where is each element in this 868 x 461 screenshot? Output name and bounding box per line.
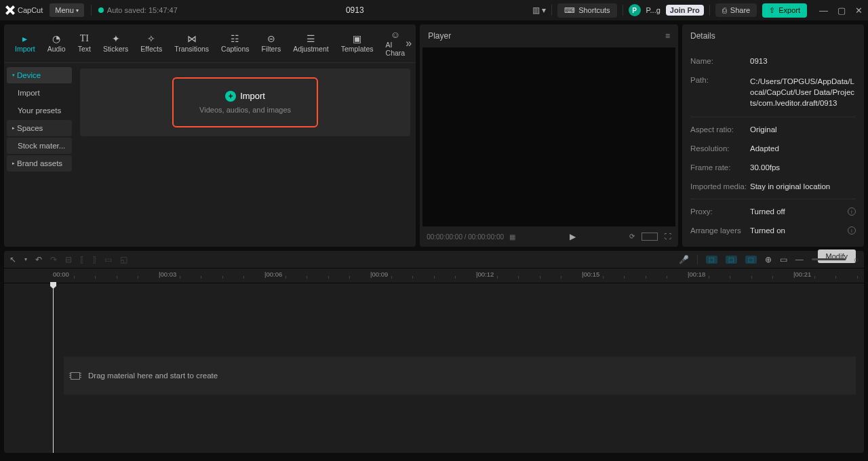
redo-button[interactable]: ↷ <box>50 255 57 264</box>
film-icon <box>71 372 80 380</box>
player-menu-icon[interactable]: ≡ <box>665 31 670 41</box>
menu-button[interactable]: Menu ▾ <box>50 3 84 17</box>
chevron-down-icon: ▾ <box>76 7 79 14</box>
share-button[interactable]: ⎙ Share <box>715 3 757 17</box>
play-button[interactable]: ▶ <box>570 232 576 241</box>
tab-import[interactable]: ▸Import <box>9 31 41 56</box>
import-icon: ▸ <box>19 34 31 43</box>
ratio-icon[interactable] <box>642 233 658 241</box>
templates-icon: ▣ <box>351 34 363 43</box>
snap-c-toggle[interactable]: ⬚ <box>745 256 757 264</box>
app-logo: CapCut <box>5 5 43 15</box>
chevron-down-icon: ▾ <box>12 73 15 78</box>
ruler-mark: |00:03 <box>159 270 176 278</box>
label-proxy: Proxy: <box>690 207 750 216</box>
effects-icon: ✧ <box>145 34 157 43</box>
player-timecode: 00:00:00:00 / 00:00:00:00 <box>427 233 504 241</box>
timeline-tracks[interactable]: Drag material here and start to create <box>4 283 864 453</box>
tab-audio[interactable]: ◔Audio <box>42 31 71 56</box>
crop-button[interactable]: ◱ <box>120 255 127 264</box>
cut-right-button[interactable]: ⟧ <box>92 255 96 264</box>
value-arrange: Turned on <box>750 226 785 235</box>
sidebar-import[interactable]: Import <box>7 85 72 101</box>
export-button[interactable]: ⇧ Export <box>762 3 807 18</box>
delete-button[interactable]: ▭ <box>104 255 112 264</box>
details-panel: Details Name:0913 Path:C:/Users/TOPGUS/A… <box>682 24 864 247</box>
info-icon[interactable]: i <box>848 226 856 235</box>
saved-dot-icon <box>98 7 104 13</box>
split-button[interactable]: ⊟ <box>65 255 72 264</box>
ruler-mark: 00:00 <box>53 270 69 278</box>
snap-b-toggle[interactable]: ⬚ <box>726 256 737 264</box>
titlebar: CapCut Menu ▾ Auto saved: 15:47:47 0913 … <box>0 0 868 20</box>
sidebar-brand[interactable]: ▸Brand assets <box>7 155 72 172</box>
cursor-dropdown[interactable]: ▾ <box>24 256 27 262</box>
sidebar-stock[interactable]: Stock mater... <box>7 138 72 154</box>
sidebar-spaces[interactable]: ▸Spaces <box>7 120 72 136</box>
scan-icon[interactable]: ⟳ <box>629 233 635 241</box>
ruler-mark: |00:09 <box>370 270 388 278</box>
fullscreen-icon[interactable]: ⛶ <box>665 233 671 241</box>
text-icon: TI <box>78 34 90 43</box>
value-framerate: 30.00fps <box>750 163 856 172</box>
snap-a-toggle[interactable]: ⬚ <box>706 256 717 264</box>
brand-label: CapCut <box>18 6 43 14</box>
tab-adjustment[interactable]: ☰Adjustment <box>288 31 334 56</box>
tab-effects[interactable]: ✧Effects <box>135 31 167 56</box>
capcut-icon <box>5 5 15 15</box>
ruler-mark: |00:18 <box>688 270 705 278</box>
keyboard-icon: ⌨ <box>564 6 575 15</box>
import-title: Import <box>240 91 265 101</box>
export-icon: ⇧ <box>769 6 775 15</box>
tab-captions[interactable]: ☷Captions <box>216 31 254 56</box>
zoom-out-button[interactable]: — <box>795 255 804 264</box>
tab-templates[interactable]: ▣Templates <box>336 31 379 56</box>
tab-transitions[interactable]: ⋈Transitions <box>169 31 214 56</box>
tab-text[interactable]: TIText <box>73 31 96 56</box>
ruler-mark: |00:21 <box>793 270 811 278</box>
close-button[interactable]: ✕ <box>855 5 863 16</box>
media-tabs: ▸Import ◔Audio TIText ✦Stickers ✧Effects… <box>4 24 416 63</box>
info-icon[interactable]: i <box>848 207 856 216</box>
zoom-in-button[interactable]: ○ <box>854 255 859 264</box>
shortcuts-button[interactable]: ⌨ Shortcuts <box>557 3 616 18</box>
import-dropzone[interactable]: +Import Videos, audios, and images <box>80 68 410 136</box>
cut-left-button[interactable]: ⟦ <box>80 255 84 264</box>
maximize-button[interactable]: ▢ <box>837 5 846 16</box>
tabs-more-button[interactable]: » <box>406 37 412 49</box>
chevron-right-icon: ▸ <box>12 161 15 166</box>
value-proxy: Turned off <box>750 207 785 216</box>
tab-stickers[interactable]: ✦Stickers <box>98 31 134 56</box>
autosave-status: Auto saved: 15:47:47 <box>98 6 178 14</box>
player-grid-icon[interactable]: ▦ <box>509 233 515 241</box>
ruler-mark: |00:06 <box>264 270 282 278</box>
filters-icon: ⊝ <box>265 34 277 43</box>
sidebar-presets[interactable]: Your presets <box>7 102 72 119</box>
align-button[interactable]: ⊕ <box>765 255 772 264</box>
layout-icon[interactable]: ▥ ▾ <box>532 5 546 15</box>
tab-filters[interactable]: ⊝Filters <box>256 31 287 56</box>
share-icon: ⎙ <box>722 6 727 14</box>
player-panel: Player ≡ 00:00:00:00 / 00:00:00:00 ▦ ▶ ⟳… <box>420 24 678 247</box>
cursor-tool[interactable]: ↖ <box>9 255 16 264</box>
timeline-panel: ↖ ▾ ↶ ↷ ⊟ ⟦ ⟧ ▭ ◱ 🎤 ⬚ ⬚ ⬚ ⊕ ▭ — ○ 00:00|… <box>4 251 864 453</box>
timeline-ruler[interactable]: 00:00|00:03|00:06|00:09|00:12|00:15|00:1… <box>4 268 864 283</box>
project-title: 0913 <box>184 5 526 15</box>
ai-icon: ☺ <box>389 30 401 39</box>
value-name: 0913 <box>750 57 856 65</box>
join-pro-button[interactable]: Join Pro <box>666 5 704 16</box>
zoom-slider[interactable] <box>812 258 846 260</box>
user-avatar[interactable]: P <box>629 4 641 16</box>
minimize-button[interactable]: — <box>819 5 828 16</box>
label-name: Name: <box>690 57 750 65</box>
mic-button[interactable]: 🎤 <box>679 255 689 264</box>
undo-button[interactable]: ↶ <box>35 255 42 264</box>
preview-button[interactable]: ▭ <box>780 255 787 264</box>
user-name: P...g <box>646 6 660 14</box>
plus-icon: + <box>225 91 236 102</box>
playhead[interactable] <box>53 283 54 453</box>
ruler-mark: |00:12 <box>476 270 494 278</box>
sidebar-device[interactable]: ▾Device <box>7 67 72 83</box>
value-aspect: Original <box>750 125 856 134</box>
label-arrange: Arrange layers <box>690 226 750 235</box>
